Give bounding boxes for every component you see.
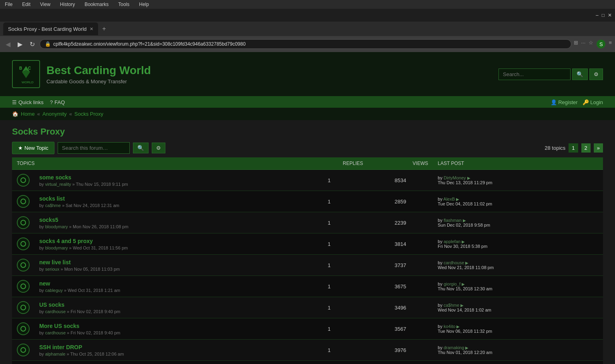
register-link[interactable]: 👤 Register — [551, 99, 578, 105]
topic-author-link[interactable]: cardhouse — [45, 330, 66, 335]
last-poster-link[interactable]: dramaking — [444, 345, 464, 350]
topic-info-cell: socks5 by bloodymary » Mon Nov 26, 2018 … — [34, 212, 290, 233]
topic-title-link[interactable]: socks5 — [39, 217, 285, 223]
topic-author-link[interactable]: ca$hme — [45, 203, 61, 208]
last-post-arrow-icon: ▶ — [465, 261, 468, 265]
last-poster-link[interactable]: AlexB — [443, 197, 455, 201]
topic-status-icon — [17, 344, 30, 356]
url-text: cplfk4kp5dzeakwc.onion/viewforum.php?f=2… — [53, 41, 566, 47]
menu-help[interactable]: Help — [137, 1, 151, 8]
breadcrumb-anonymity[interactable]: Anonymity — [42, 111, 67, 117]
topic-meta: by bloodymary » Wed Oct 31, 2018 11:56 p… — [39, 245, 285, 250]
forum-section: Socks Proxy ★ New Topic 🔍 ⚙ 28 topics 1 … — [0, 120, 615, 364]
menu-history[interactable]: History — [58, 1, 76, 8]
tab-title: Socks Proxy - Best Carding World — [8, 26, 86, 32]
last-post-arrow-icon: ▶ — [462, 239, 465, 244]
topic-status-icon — [17, 280, 30, 293]
close-button[interactable]: ✕ — [608, 12, 612, 18]
topic-icon-cell — [12, 191, 34, 212]
topic-icon-cell — [12, 170, 34, 191]
topic-author-link[interactable]: cableguy — [45, 288, 63, 293]
more-icon[interactable]: ··· — [581, 40, 586, 48]
last-poster-link[interactable]: DirtyMoney — [444, 175, 466, 180]
lastpost-cell: by leopardli ▶ Mon Oct 29, 2018 8:45 pm — [433, 361, 603, 364]
topic-status-inner — [20, 241, 26, 247]
lastpost-cell: by applefan ▶ Fri Nov 30, 2018 5:38 pm — [433, 233, 603, 255]
last-poster-link[interactable]: flashman — [444, 218, 462, 223]
reader-icon[interactable]: ⊞ — [574, 40, 578, 48]
forward-button[interactable]: ▶ — [15, 40, 25, 49]
table-row: SSH inter DROP by alphamale » Thu Oct 25… — [12, 340, 603, 361]
forum-search-button[interactable]: 🔍 — [133, 143, 149, 153]
last-poster-link[interactable]: cardhouse — [444, 260, 464, 265]
topic-title-link[interactable]: some socks — [39, 174, 285, 181]
last-poster-link[interactable]: giorgio_f — [444, 282, 460, 286]
reload-button[interactable]: ↻ — [27, 40, 37, 49]
views-cell: 3496 — [368, 297, 433, 318]
menu-file[interactable]: File — [3, 1, 14, 8]
topic-title-link[interactable]: socks 4 and 5 proxy — [39, 238, 285, 244]
next-page-button[interactable]: » — [594, 143, 603, 153]
topic-author-link[interactable]: serioux — [45, 267, 59, 271]
last-poster-link[interactable]: ko4ito — [444, 324, 455, 329]
topic-author-link[interactable]: bloodymary — [45, 224, 68, 229]
views-cell: 3814 — [368, 233, 433, 255]
last-post-arrow-icon: ▶ — [463, 218, 466, 223]
breadcrumb: 🏠 Home « Anonymity « Socks Proxy — [0, 108, 615, 120]
search-input[interactable] — [498, 68, 571, 80]
active-tab[interactable]: Socks Proxy - Best Carding World ✕ — [3, 22, 98, 35]
menu-tools[interactable]: Tools — [117, 1, 131, 8]
topic-author-link[interactable]: bloodymary — [45, 245, 68, 250]
topic-title-link[interactable]: More US socks — [39, 323, 285, 329]
bookmark-icon[interactable]: ☆ — [589, 40, 593, 48]
login-link[interactable]: 🔑 Login — [583, 99, 603, 105]
topic-meta: by cardhouse » Fri Nov 02, 2018 9:40 pm — [39, 330, 285, 335]
views-col-header: VIEWS — [368, 157, 433, 170]
settings-button[interactable]: ⚙ — [589, 68, 603, 80]
faq-link[interactable]: ? FAQ — [50, 99, 65, 105]
back-button[interactable]: ◀ — [3, 40, 13, 49]
new-topic-button[interactable]: ★ New Topic — [12, 142, 54, 154]
breadcrumb-current: Socks Proxy — [74, 111, 103, 117]
new-tab-button[interactable]: + — [98, 23, 110, 35]
breadcrumb-sep-1: « — [37, 111, 40, 117]
search-button[interactable]: 🔍 — [572, 68, 588, 80]
extension-icon[interactable]: ≡ — [609, 40, 612, 48]
forum-settings-button[interactable]: ⚙ — [152, 143, 165, 153]
topic-author-link[interactable]: alphamale — [45, 352, 66, 356]
views-cell: 3567 — [368, 318, 433, 340]
replies-cell: 1 — [290, 170, 368, 191]
faq-label: FAQ — [54, 99, 65, 105]
forum-search-input[interactable] — [58, 142, 130, 154]
home-icon: 🏠 — [12, 111, 18, 117]
topic-title-link[interactable]: SSH inter DROP — [39, 344, 285, 350]
quick-links-button[interactable]: ☰ Quick links — [12, 99, 44, 105]
page-2-button[interactable]: 2 — [581, 143, 591, 153]
views-cell: 3675 — [368, 276, 433, 297]
topic-title-link[interactable]: socks list — [39, 195, 285, 202]
topic-info-cell: new by cableguy » Wed Oct 31, 2018 1:21 … — [34, 276, 290, 297]
tab-close-button[interactable]: ✕ — [90, 26, 93, 32]
forum-toolbar: ★ New Topic 🔍 ⚙ 28 topics 1 2 » — [12, 142, 603, 154]
address-bar[interactable]: 🔒 cplfk4kp5dzeakwc.onion/viewforum.php?f… — [40, 39, 571, 49]
menu-view[interactable]: View — [38, 1, 52, 8]
menu-edit[interactable]: Edit — [20, 1, 32, 8]
topic-title-link[interactable]: new live list — [39, 259, 285, 265]
maximize-button[interactable]: □ — [602, 12, 605, 18]
topics-body: some socks by virtual_reality » Thu Nov … — [12, 170, 603, 364]
topic-author-link[interactable]: cardhouse — [45, 309, 66, 314]
page-1-button[interactable]: 1 — [569, 143, 578, 153]
breadcrumb-home[interactable]: Home — [21, 111, 35, 117]
last-poster-link[interactable]: ca$hme — [444, 303, 459, 308]
lastpost-cell: by DirtyMoney ▶ Thu Dec 13, 2018 11:29 p… — [433, 170, 603, 191]
topic-author-link[interactable]: virtual_reality — [45, 182, 71, 187]
topic-icon-cell — [12, 318, 34, 340]
topic-title-link[interactable]: new — [39, 280, 285, 287]
topic-title-link[interactable]: US socks — [39, 302, 285, 308]
menu-bookmarks[interactable]: Bookmarks — [83, 1, 110, 8]
last-poster-link[interactable]: applefan — [444, 239, 460, 244]
nav-links-bar: ☰ Quick links ? FAQ 👤 Register 🔑 Login — [0, 97, 615, 108]
minimize-button[interactable]: – — [596, 12, 599, 18]
last-post-arrow-icon: ▶ — [467, 176, 470, 180]
account-icon[interactable]: S — [597, 40, 605, 48]
